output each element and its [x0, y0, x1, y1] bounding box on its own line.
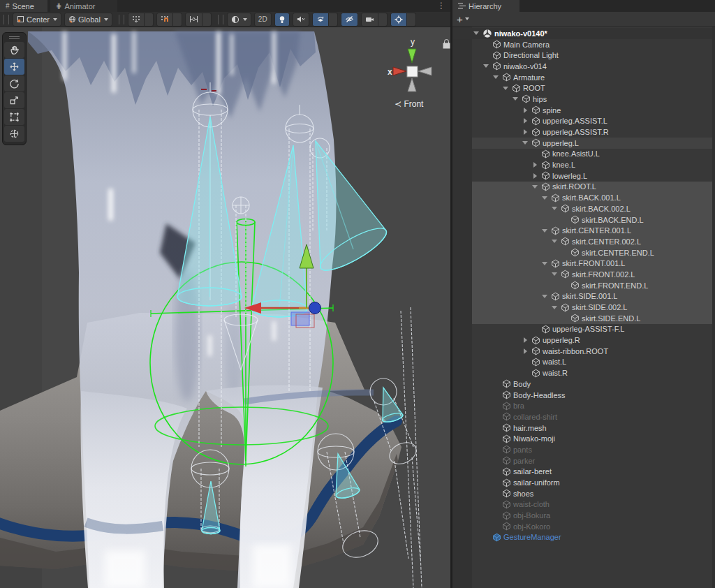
hierarchy-row[interactable]: skirt.FRONT.001.L — [452, 258, 715, 269]
axis-cone-down[interactable] — [408, 78, 416, 91]
expander-icon[interactable] — [524, 118, 527, 124]
effects-toggle-button[interactable] — [312, 13, 338, 27]
expander-icon[interactable] — [552, 306, 557, 309]
toolbar-grip[interactable] — [3, 15, 9, 24]
hierarchy-row[interactable]: pants — [452, 444, 715, 455]
expander-icon[interactable] — [522, 141, 528, 145]
expander-icon[interactable] — [533, 162, 537, 168]
scene-viewport[interactable]: y x ≺ Front — [0, 27, 450, 588]
hierarchy-row[interactable]: Body — [452, 378, 715, 390]
scale-tool-button[interactable] — [4, 92, 24, 108]
hierarchy-row[interactable]: lowerleg.L — [452, 170, 715, 182]
expander-icon[interactable] — [524, 337, 527, 343]
hierarchy-row[interactable]: hair.mesh — [452, 422, 715, 434]
scene-visibility-button[interactable] — [341, 13, 358, 27]
tab-animator[interactable]: ⋕ Animator — [50, 0, 117, 12]
hierarchy-row[interactable]: Directional Light — [452, 50, 715, 61]
hierarchy-row[interactable]: skirt.SIDE.001.L — [452, 291, 715, 302]
hierarchy-row[interactable]: upperleg.ASSIST.L — [452, 116, 715, 127]
hierarchy-row[interactable]: knee.AsistU.L — [452, 149, 715, 160]
hierarchy-row[interactable]: skirt.CENTER.END.L — [452, 247, 715, 258]
grid-visibility-button[interactable] — [128, 13, 154, 27]
rect-tool-button[interactable] — [4, 109, 24, 125]
hierarchy-row[interactable]: upperleg.R — [452, 335, 715, 346]
hierarchy-row[interactable]: bra — [452, 400, 715, 411]
hierarchy-row[interactable]: obj-Bokura — [452, 510, 715, 521]
tab-hierarchy[interactable]: Hierarchy — [452, 0, 519, 12]
hierarchy-row[interactable]: skirt.CENTER.002.L — [452, 236, 715, 247]
x-axis-cone[interactable] — [393, 67, 406, 75]
snap-increment-button[interactable] — [156, 13, 182, 27]
toolbar-grip[interactable] — [119, 15, 124, 24]
expander-icon[interactable] — [524, 129, 527, 135]
create-dropdown-caret[interactable] — [465, 17, 469, 20]
audio-toggle-button[interactable] — [293, 13, 309, 27]
toolbar-grip[interactable] — [218, 15, 223, 24]
hierarchy-row[interactable]: waist.L — [452, 357, 715, 368]
tab-scene[interactable]: # Scene — [0, 0, 47, 12]
hierarchy-row[interactable]: knee.L — [452, 159, 715, 170]
hierarchy-row[interactable]: skirt.SIDE.END.L — [452, 313, 715, 324]
expander-icon[interactable] — [524, 108, 527, 113]
hierarchy-row[interactable]: skirt.BACK.002.L — [452, 203, 715, 214]
camera-settings-button[interactable] — [361, 13, 388, 27]
expander-icon[interactable] — [493, 75, 499, 79]
view-mode-label[interactable]: ≺ Front — [395, 99, 424, 109]
expander-icon[interactable] — [532, 185, 538, 189]
hierarchy-row[interactable]: upperleg.L — [452, 138, 715, 149]
gizmo-center-cube[interactable] — [407, 66, 418, 77]
rotate-tool-button[interactable] — [4, 75, 24, 91]
expander-icon[interactable] — [513, 97, 518, 101]
hierarchy-row[interactable]: Niwako-moji — [452, 433, 715, 444]
2d-mode-button[interactable]: 2D — [254, 13, 272, 27]
hand-tool-button[interactable] — [4, 42, 24, 58]
hierarchy-row[interactable]: waist-cloth — [452, 499, 715, 510]
hierarchy-row[interactable]: skirt.CENTER.001.L — [452, 225, 715, 236]
expander-icon[interactable] — [533, 173, 537, 179]
overlay-drag-handle[interactable] — [4, 34, 24, 41]
orientation-button[interactable]: Global — [64, 13, 112, 27]
transform-tool-button[interactable] — [4, 126, 24, 142]
expander-icon[interactable] — [503, 87, 508, 90]
hierarchy-row[interactable]: hips — [452, 94, 715, 105]
hierarchy-row[interactable]: parker — [452, 455, 715, 466]
expander-icon[interactable] — [552, 240, 557, 243]
view-orientation-gizmo[interactable]: y x ≺ Front — [386, 35, 450, 136]
expander-icon[interactable] — [542, 196, 547, 200]
hierarchy-row[interactable]: skirt.SIDE.002.L — [452, 302, 715, 313]
gizmos-toggle-button[interactable] — [390, 13, 416, 27]
hierarchy-row[interactable]: skirt.BACK.END.L — [452, 214, 715, 226]
hierarchy-row[interactable]: sailar-beret — [452, 466, 715, 478]
hierarchy-row[interactable]: collared-shirt — [452, 411, 715, 422]
expander-icon[interactable] — [524, 348, 527, 354]
hierarchy-row[interactable]: Body-Headless — [452, 390, 715, 401]
move-tool-button[interactable] — [4, 59, 24, 75]
lock-icon[interactable] — [443, 40, 450, 49]
hierarchy-row[interactable]: obj-Kokoro — [452, 521, 715, 532]
create-object-button[interactable]: + — [457, 14, 463, 24]
y-axis-cone[interactable] — [408, 49, 416, 63]
hierarchy-row[interactable]: Main Camera — [452, 39, 715, 50]
axis-cone-right[interactable] — [418, 67, 432, 75]
hierarchy-row[interactable]: shoes — [452, 488, 715, 499]
expander-icon[interactable] — [542, 262, 547, 265]
pivot-mode-button[interactable]: Center — [13, 13, 61, 27]
hierarchy-row[interactable]: skirt.FRONT.002.L — [452, 269, 715, 280]
hierarchy-row[interactable]: skirt.FRONT.END.L — [452, 280, 715, 291]
expander-icon[interactable] — [542, 295, 547, 298]
hierarchy-row[interactable]: spine — [452, 105, 715, 116]
hierarchy-row[interactable]: niwako-v0140* — [452, 28, 715, 39]
hierarchy-row[interactable]: niwako-v014 — [452, 61, 715, 72]
hierarchy-row[interactable]: sailar-uniform — [452, 477, 715, 488]
hierarchy-row[interactable]: skirt.BACK.001.L — [452, 192, 715, 203]
snap-settings-button[interactable] — [185, 13, 212, 27]
hierarchy-row[interactable]: upperleg.ASSIST.R — [452, 126, 715, 138]
expander-icon[interactable] — [542, 229, 547, 233]
hierarchy-row[interactable]: GestureManager — [452, 532, 715, 543]
expander-icon[interactable] — [473, 31, 479, 35]
expander-icon[interactable] — [552, 207, 557, 210]
hierarchy-row[interactable]: waist.R — [452, 367, 715, 378]
lighting-toggle-button[interactable] — [274, 13, 290, 27]
expander-icon[interactable] — [483, 64, 489, 68]
expander-icon[interactable] — [552, 272, 557, 276]
